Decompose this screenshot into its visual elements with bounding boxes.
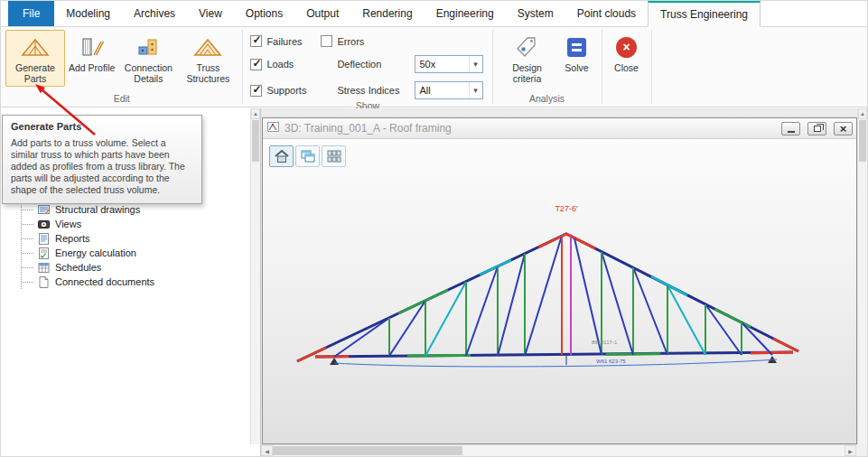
- ribbon-group-analysis: Design criteria Solve Analysis: [493, 27, 602, 107]
- deflection-dropdown[interactable]: 50x ▾: [415, 55, 483, 73]
- minimize-button[interactable]: [781, 122, 800, 135]
- scrollbar-thumb[interactable]: [252, 120, 259, 162]
- connection-details-button[interactable]: Connection Details: [118, 30, 178, 87]
- close-button[interactable]: × Close: [607, 30, 647, 76]
- design-criteria-button[interactable]: Design criteria: [498, 30, 557, 87]
- truss-drawing[interactable]: T27-6': [263, 163, 856, 434]
- chevron-down-icon[interactable]: ▾: [469, 56, 482, 72]
- mdi-horizontal-scrollbar[interactable]: ◀ ▶: [261, 444, 856, 456]
- mdi-vertical-scrollbar[interactable]: ▲: [857, 108, 867, 444]
- viewer-window[interactable]: 3D: Training_001_A - Roof framing ×: [262, 117, 857, 444]
- connection-details-label: Connection Details: [122, 62, 174, 84]
- errors-checkbox-box[interactable]: [321, 35, 332, 47]
- tree-item-energy-calculation[interactable]: Energy calculation: [29, 246, 154, 260]
- design-criteria-icon: [516, 34, 538, 60]
- tree-panel-vertical-scrollbar[interactable]: ▲: [250, 108, 260, 444]
- viewer-toolbar: [269, 145, 346, 167]
- truss-structures-label: Truss Structures: [182, 62, 234, 84]
- errors-checkbox[interactable]: Errors: [321, 35, 399, 47]
- supports-checkbox-box[interactable]: [250, 85, 262, 97]
- solve-label: Solve: [565, 62, 588, 73]
- close-group-label: [602, 103, 651, 107]
- edit-group-label: Edit: [1, 92, 242, 107]
- tree-item-schedules[interactable]: Schedules: [29, 260, 154, 275]
- tree-item-label: Energy calculation: [55, 247, 136, 258]
- loads-label: Loads: [266, 59, 294, 70]
- loads-checkbox-box[interactable]: [250, 59, 262, 70]
- generate-parts-button[interactable]: Generate Parts: [5, 30, 65, 87]
- truss-structures-button[interactable]: Truss Structures: [178, 30, 238, 87]
- viewer-title: 3D: Training_001_A - Roof framing: [285, 122, 774, 135]
- analysis-group-label: Analysis: [493, 92, 602, 107]
- supports-label: Supports: [266, 85, 306, 96]
- application-window: File Modeling Archives View Options Outp…: [0, 0, 868, 457]
- stress-indices-value: All: [415, 85, 469, 96]
- scrollbar-thumb[interactable]: [273, 446, 462, 455]
- deflection-value: 50x: [415, 59, 469, 70]
- tab-point-clouds[interactable]: Point clouds: [565, 1, 648, 26]
- connected-documents-icon: [37, 275, 51, 288]
- failures-label: Failures: [266, 36, 302, 47]
- stress-indices-dropdown[interactable]: All ▾: [415, 81, 483, 99]
- tab-view[interactable]: View: [187, 1, 234, 26]
- supports-checkbox[interactable]: Supports: [250, 85, 306, 97]
- loads-checkbox[interactable]: Loads: [250, 59, 306, 70]
- tree-item-views[interactable]: Views: [29, 217, 154, 231]
- scroll-left-arrow-icon[interactable]: ◀: [261, 445, 273, 456]
- views-icon: [37, 218, 51, 230]
- tab-engineering[interactable]: Engineering: [425, 1, 506, 26]
- tab-options[interactable]: Options: [234, 1, 294, 26]
- tab-archives[interactable]: Archives: [122, 1, 187, 26]
- ribbon-group-close: × Close: [602, 27, 651, 107]
- restore-button[interactable]: [807, 122, 826, 135]
- tree-item-structural-drawings[interactable]: Structural drawings: [29, 202, 154, 217]
- mdi-area: 3D: Training_001_A - Roof framing ×: [261, 108, 867, 456]
- tab-system[interactable]: System: [506, 1, 565, 26]
- house-icon: [274, 149, 290, 163]
- viewer-canvas[interactable]: T27-6': [263, 139, 856, 443]
- tree-item-label: Connected documents: [55, 276, 154, 287]
- scroll-up-arrow-icon[interactable]: ▲: [251, 108, 260, 119]
- errors-label: Errors: [337, 36, 364, 47]
- chevron-down-icon[interactable]: ▾: [469, 82, 482, 98]
- tooltip-body: Add parts to a truss volume. Select a si…: [11, 137, 193, 196]
- energy-calculation-icon: [37, 247, 51, 259]
- add-profile-icon: [80, 34, 104, 60]
- scrollbar-corner: [856, 444, 867, 456]
- generate-parts-label: Generate Parts: [9, 62, 61, 84]
- tab-modeling[interactable]: Modeling: [54, 1, 122, 26]
- tab-rendering[interactable]: Rendering: [350, 1, 424, 26]
- tile-windows-button[interactable]: [322, 145, 346, 167]
- design-criteria-label: Design criteria: [501, 62, 554, 84]
- ribbon-group-show: Failures Errors Loads Deflection 50x ▾: [243, 27, 491, 107]
- failures-checkbox[interactable]: Failures: [250, 35, 306, 47]
- scroll-right-arrow-icon[interactable]: ▶: [845, 445, 856, 456]
- support-left: [330, 358, 339, 365]
- close-icon: ×: [616, 34, 637, 60]
- project-tree: Structural drawings Views Reports: [21, 202, 154, 289]
- tree-item-label: Structural drawings: [55, 204, 140, 215]
- tree-item-reports[interactable]: Reports: [29, 231, 154, 246]
- window-close-button[interactable]: ×: [834, 122, 853, 135]
- grid-icon: [326, 149, 342, 163]
- reports-icon: [37, 232, 51, 245]
- tab-file[interactable]: File: [8, 1, 54, 26]
- solve-icon: [567, 34, 586, 60]
- truss-structures-icon: [193, 34, 222, 60]
- home-view-button[interactable]: [269, 145, 294, 167]
- tab-output[interactable]: Output: [294, 1, 350, 26]
- tree-item-connected-documents[interactable]: Connected documents: [29, 275, 154, 289]
- failures-checkbox-box[interactable]: [250, 35, 262, 47]
- cascade-windows-button[interactable]: [295, 145, 320, 167]
- tree-item-label: Reports: [55, 233, 90, 244]
- scroll-up-arrow-icon[interactable]: ▲: [858, 108, 867, 119]
- viewer-titlebar[interactable]: 3D: Training_001_A - Roof framing ×: [263, 118, 856, 139]
- tab-truss-engineering[interactable]: Truss Engineering: [648, 1, 761, 27]
- structural-drawings-icon: [37, 203, 51, 216]
- add-profile-button[interactable]: Add Profile: [65, 30, 118, 76]
- scrollbar-thumb[interactable]: [859, 120, 866, 162]
- tree-item-label: Views: [55, 219, 81, 229]
- generate-parts-icon: [21, 34, 50, 60]
- solve-button[interactable]: Solve: [557, 30, 597, 76]
- connection-details-icon: [136, 34, 160, 60]
